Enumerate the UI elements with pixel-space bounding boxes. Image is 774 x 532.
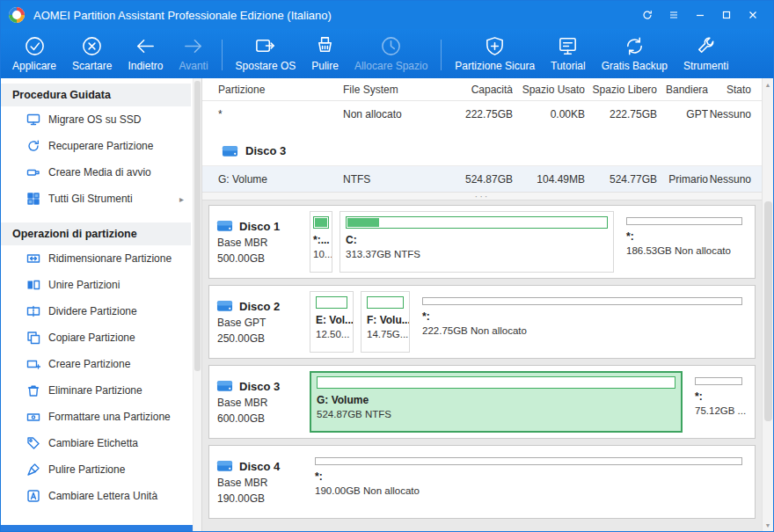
toolbar-strumenti[interactable]: Strumenti	[675, 32, 736, 78]
sidebar-scrollbar-thumb[interactable]	[194, 81, 201, 371]
partition-row-unallocated[interactable]: * Non allocato 222.75GB 0.00KB 222.75GB …	[202, 101, 762, 128]
partition-block-unallocated[interactable]: *: 190.00GB Non allocato	[310, 451, 748, 513]
main-scrollbar[interactable]: ▲ ▼	[762, 78, 773, 531]
column-header-capacita[interactable]: Capacità	[444, 84, 513, 96]
column-header-spazio-usato[interactable]: Spazio Usato	[513, 84, 585, 96]
toolbar-label: Spostare OS	[236, 60, 296, 72]
disk-type: Base MBR	[216, 237, 310, 249]
disk-icon	[216, 459, 233, 473]
cell-spazio-libero: 222.75GB	[585, 108, 657, 120]
column-header-bandiera[interactable]: Bandiera	[657, 84, 708, 96]
disk-panel-3: Disco 3 Base MBR 600.00GB G: Volume 524.…	[208, 365, 756, 439]
toolbar-label: Pulire	[311, 60, 339, 72]
menu-button[interactable]	[661, 4, 687, 26]
partition-block-e[interactable]: E: Vol... 12.50...	[310, 291, 354, 353]
partition-block-system[interactable]: *:... 10...	[310, 211, 332, 273]
discard-icon	[81, 35, 103, 57]
toolbar-partizione-sicura[interactable]: Partizione Sicura	[447, 32, 543, 78]
sidebar-item-bootable-media[interactable]: Creare Media di avvio	[1, 159, 191, 186]
close-button[interactable]	[740, 4, 766, 26]
disk-name: Disco 1	[239, 220, 280, 233]
sidebar-item-copy-partition[interactable]: Copiare Partizione	[1, 324, 191, 351]
partition-block-f[interactable]: F: Volu... 14.75G...	[361, 291, 410, 353]
toolbar-label: Partizione Sicura	[455, 60, 535, 72]
sidebar-item-create-partition[interactable]: Creare Partizione	[1, 351, 191, 377]
disk-group-header-disco3[interactable]: Disco 3	[202, 136, 762, 166]
partition-block-unallocated[interactable]: *: 75.12GB ...	[690, 371, 748, 433]
disk-info[interactable]: Disco 2 Base GPT 250.00GB	[216, 299, 310, 345]
scroll-down-icon[interactable]: ▼	[763, 519, 773, 531]
toolbar-tutorial[interactable]: Tutorial	[543, 32, 594, 78]
partition-usage-bar	[367, 296, 404, 309]
column-header-spazio-libero[interactable]: Spazio Libero	[585, 84, 657, 96]
column-header-partizione[interactable]: Partizione	[202, 84, 343, 96]
disk-info[interactable]: Disco 1 Base MBR 500.00GB	[216, 219, 310, 265]
sidebar-item-delete-partition[interactable]: Eliminare Partizione	[1, 377, 191, 404]
toolbar-scartare[interactable]: Scartare	[64, 32, 120, 78]
minimize-button[interactable]	[687, 4, 713, 26]
disk-info[interactable]: Disco 3 Base MBR 600.00GB	[216, 379, 310, 425]
disk-name: Disco 4	[239, 460, 280, 473]
disk-partitions: *:... 10... C: 313.37GB NTFS *: 186.53GB…	[310, 211, 748, 273]
aomei-logo-icon	[8, 6, 26, 24]
toolbar-avanti[interactable]: Avanti	[171, 32, 215, 78]
merge-partitions-icon	[26, 278, 40, 292]
sidebar-item-wipe-partition[interactable]: Pulire Partizione	[1, 456, 191, 483]
sidebar-item-label: Creare Media di avvio	[48, 166, 184, 179]
toolbar-pulire[interactable]: Pulire	[303, 32, 347, 78]
toolbar-allocare-spazio[interactable]: Allocare Spazio	[347, 32, 435, 78]
toolbar-spostare-os[interactable]: Spostare OS	[228, 32, 304, 78]
sidebar-item-resize-partition[interactable]: Ridimensionare Partizione	[1, 245, 191, 272]
column-header-stato[interactable]: Stato	[708, 84, 762, 96]
change-label-icon	[26, 436, 40, 450]
disk-partitions: E: Vol... 12.50... F: Volu... 14.75G... …	[310, 291, 748, 353]
maximize-button[interactable]	[713, 4, 740, 26]
toolbar-separator	[441, 40, 442, 70]
sidebar-item-label: Cambiare Etichetta	[48, 437, 184, 449]
sidebar-item-change-label[interactable]: Cambiare Etichetta	[1, 430, 191, 456]
partition-detail: 313.37GB NTFS	[346, 249, 608, 259]
column-header-file-system[interactable]: File System	[343, 84, 444, 96]
refresh-button[interactable]	[634, 4, 661, 26]
sidebar-item-format-partition[interactable]: Formattare una Partizione	[1, 404, 191, 430]
partition-detail: 75.12GB ...	[695, 405, 742, 416]
toolbar-gratis-backup[interactable]: Gratis Backup	[594, 32, 675, 78]
partition-table-header: Partizione File System Capacità Spazio U…	[202, 78, 762, 101]
resize-partition-icon	[26, 251, 40, 266]
disk-icon	[216, 299, 233, 313]
disk-size: 600.00GB	[216, 412, 310, 425]
create-partition-icon	[26, 357, 40, 371]
partition-block-unallocated[interactable]: *: 222.75GB Non allocato	[417, 291, 748, 353]
toolbar-label: Gratis Backup	[602, 60, 668, 72]
partition-used-fill	[347, 218, 379, 227]
sidebar-item-split-partition[interactable]: Dividere Partizione	[1, 298, 191, 324]
disk-icon	[216, 219, 233, 233]
all-tools-icon	[26, 192, 40, 206]
sidebar-scrollbar[interactable]	[193, 78, 201, 531]
sidebar-item-migrate-os[interactable]: Migrare OS su SSD	[1, 106, 191, 133]
partition-block-unallocated[interactable]: *: 186.53GB Non allocato	[621, 211, 748, 273]
cell-capacita: 222.75GB	[444, 108, 513, 120]
partition-block-c[interactable]: C: 313.37GB NTFS	[340, 211, 614, 273]
partition-row-g-volume[interactable]: G: Volume NTFS 524.87GB 104.49MB 524.77G…	[202, 166, 762, 193]
partition-label: *:	[626, 230, 742, 243]
disk-info[interactable]: Disco 4 Base MBR 190.00GB	[216, 459, 310, 505]
sidebar-item-recover-partition[interactable]: Recuperare Partizione	[1, 133, 191, 159]
toolbar-indietro[interactable]: Indietro	[120, 32, 171, 78]
toolbar-label: Scartare	[72, 60, 112, 72]
sidebar-item-all-tools[interactable]: Operazioni di partizione Tutti Gli Strum…	[1, 186, 191, 212]
partition-used-fill	[315, 218, 327, 227]
partition-label: *:	[422, 310, 742, 323]
partition-block-g-volume-selected[interactable]: G: Volume 524.87GB NTFS	[310, 371, 683, 433]
toolbar-applicare[interactable]: Applicare	[4, 32, 64, 78]
sidebar-item-merge-partitions[interactable]: Unire Partizioni	[1, 272, 191, 298]
format-partition-icon	[26, 410, 40, 424]
sidebar: Procedura Guidata Migrare OS su SSD Recu…	[1, 78, 202, 531]
splitter-handle[interactable]: ···	[202, 193, 762, 200]
main-scrollbar-thumb[interactable]	[764, 201, 772, 421]
scroll-up-icon[interactable]: ▲	[763, 78, 773, 91]
sidebar-item-label: Cambiare Lettera Unità	[48, 490, 184, 502]
sidebar-item-label: Pulire Partizione	[48, 463, 184, 476]
sidebar-item-change-drive-letter[interactable]: Cambiare Lettera Unità	[1, 483, 191, 509]
tools-icon	[695, 35, 717, 57]
